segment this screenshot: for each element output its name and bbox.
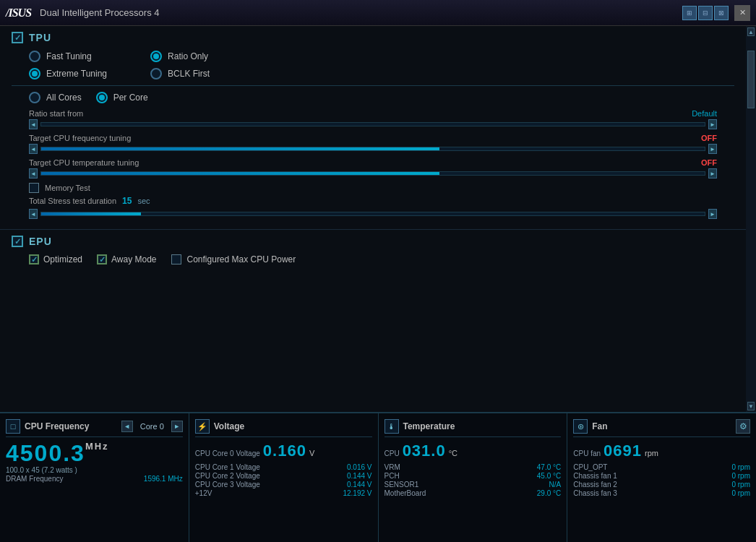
- grid-icon-2[interactable]: ⊟: [698, 6, 713, 20]
- fan-title: Fan: [592, 421, 607, 431]
- cpu-freq-value: OFF: [701, 134, 717, 142]
- grid-icon-1[interactable]: ⊞: [682, 6, 697, 20]
- tpu-checkbox[interactable]: [12, 32, 23, 43]
- v-value-2: 0.144 V: [347, 481, 371, 489]
- per-core-label: Per Core: [113, 93, 148, 103]
- temp-main-unit: °C: [449, 449, 458, 457]
- cpu-freq-title: CPU Frequency: [25, 421, 89, 431]
- stress-slider-track[interactable]: [40, 212, 705, 216]
- per-core-radio[interactable]: [96, 92, 108, 103]
- voltage-header: ⚡ Voltage: [195, 419, 372, 437]
- f-value-1: 0 rpm: [731, 472, 750, 480]
- content-scroll-area: TPU Fast Tuning Extreme Tuning: [0, 26, 756, 412]
- ratio-slider-left[interactable]: ◄: [29, 119, 38, 129]
- fan-row-3: Chassis fan 3 0 rpm: [573, 489, 750, 497]
- stress-value[interactable]: 15: [122, 196, 132, 206]
- separator-1: [12, 85, 734, 86]
- v-value-3: 12.192 V: [343, 489, 371, 497]
- cpu-temp-value: OFF: [701, 158, 717, 167]
- cpu-nav-left[interactable]: ◄: [121, 421, 133, 432]
- fan-icon: ⊛: [573, 419, 588, 434]
- cpu-temp-slider-track[interactable]: [40, 171, 705, 176]
- settings-gear-button[interactable]: ⚙: [736, 419, 750, 434]
- temp-header: 🌡 Temperature: [385, 419, 562, 437]
- cpu-freq-slider-left[interactable]: ◄: [29, 144, 38, 154]
- voltage-main: CPU Core 0 Voltage 0.160 V: [195, 442, 372, 460]
- fast-tuning-radio[interactable]: [29, 51, 40, 62]
- titlebar: /ISUS Dual Intelligent Processors 4 ⊞ ⊟ …: [0, 0, 756, 26]
- cpu-freq-slider-track[interactable]: [40, 147, 705, 151]
- memory-test-checkbox[interactable]: [29, 183, 39, 193]
- t-label-1: PCH: [385, 472, 400, 480]
- stress-slider-fill: [41, 212, 141, 215]
- fan-header: ⊛ Fan: [573, 419, 750, 437]
- temp-main-value: 031.0: [403, 442, 446, 460]
- bclk-first-option[interactable]: BCLK First: [150, 68, 210, 79]
- top-sections: TPU Fast Tuning Extreme Tuning: [0, 26, 746, 412]
- ratio-slider-right[interactable]: ►: [708, 119, 717, 129]
- voltage-icon: ⚡: [195, 419, 210, 434]
- fast-tuning-option[interactable]: Fast Tuning: [29, 51, 107, 62]
- fan-main: CPU fan 0691 rpm: [573, 442, 750, 460]
- tpu-section: TPU Fast Tuning Extreme Tuning: [0, 26, 746, 230]
- t-label-3: MotherBoard: [385, 489, 426, 497]
- v-label-0: CPU Core 1 Voltage: [195, 463, 260, 471]
- ratio-value[interactable]: Default: [692, 109, 717, 118]
- epu-away-mode[interactable]: Away Mode: [97, 254, 156, 264]
- ratio-slider-track[interactable]: [40, 122, 705, 126]
- memory-test-label: Memory Test: [45, 184, 90, 192]
- temp-row-1: PCH 45.0 °C: [385, 472, 562, 480]
- close-button[interactable]: ✕: [734, 5, 750, 21]
- memory-test-row: Memory Test: [29, 183, 717, 193]
- epu-max-cpu-checkbox[interactable]: [171, 254, 181, 264]
- scroll-up-arrow[interactable]: ▲: [747, 27, 755, 36]
- app-title: Dual Intelligent Processors 4: [40, 7, 682, 18]
- temp-main: CPU 031.0 °C: [385, 442, 562, 460]
- t-value-3: 29.0 °C: [537, 489, 561, 497]
- fan-panel: ⚙ ⊛ Fan CPU fan 0691 rpm CPU_OPT 0 rpm C…: [567, 413, 756, 542]
- epu-max-cpu[interactable]: Configured Max CPU Power: [171, 254, 296, 264]
- bclk-first-radio[interactable]: [150, 68, 162, 79]
- scroll-down-arrow[interactable]: ▼: [747, 402, 755, 410]
- tpu-header: TPU: [12, 32, 734, 43]
- cpu-nav: ◄ Core 0 ►: [121, 421, 183, 432]
- voltage-row-3: +12V 12.192 V: [195, 489, 372, 497]
- scroll-thumb[interactable]: [747, 51, 755, 108]
- cpu-sub-info: 100.0 x 45 (7.2 watts ): [6, 466, 183, 474]
- extreme-tuning-radio[interactable]: [29, 68, 40, 79]
- epu-section: EPU Optimized Away Mode C: [0, 230, 746, 270]
- epu-away-checkbox[interactable]: [97, 254, 107, 264]
- epu-checkbox[interactable]: [12, 236, 23, 247]
- stress-slider-right[interactable]: ►: [708, 209, 717, 219]
- per-core-option[interactable]: Per Core: [96, 92, 148, 103]
- scrollbar[interactable]: ▲ ▼: [746, 26, 756, 412]
- grid-icon-3[interactable]: ⊠: [714, 6, 729, 20]
- cpu-freq-header: □ CPU Frequency ◄ Core 0 ►: [6, 419, 183, 437]
- tuning-left: Fast Tuning Extreme Tuning: [29, 51, 107, 79]
- stress-slider-left[interactable]: ◄: [29, 209, 38, 219]
- ratio-only-option[interactable]: Ratio Only: [150, 51, 210, 62]
- epu-optimized[interactable]: Optimized: [29, 254, 82, 264]
- voltage-main-unit: V: [309, 449, 314, 457]
- cpu-freq-slider-right[interactable]: ►: [708, 144, 717, 154]
- temp-main-label: CPU: [385, 449, 400, 457]
- v-label-3: +12V: [195, 489, 212, 497]
- cpu-nav-right[interactable]: ►: [171, 421, 183, 432]
- extreme-tuning-option[interactable]: Extreme Tuning: [29, 68, 107, 79]
- all-cores-option[interactable]: All Cores: [29, 92, 82, 103]
- cpu-big-value: 4500.3MHz: [6, 442, 183, 465]
- bclk-first-label: BCLK First: [168, 69, 210, 79]
- cpu-temp-slider-left[interactable]: ◄: [29, 168, 38, 178]
- cpu-temp-slider-right[interactable]: ►: [708, 168, 717, 178]
- f-label-3: Chassis fan 3: [573, 489, 617, 497]
- core-row: All Cores Per Core: [29, 92, 734, 103]
- dram-value: 1596.1 MHz: [144, 475, 183, 483]
- epu-optimized-checkbox[interactable]: [29, 254, 39, 264]
- ratio-only-radio[interactable]: [150, 51, 162, 62]
- t-label-2: SENSOR1: [385, 481, 419, 489]
- epu-away-label: Away Mode: [111, 254, 156, 264]
- all-cores-radio[interactable]: [29, 92, 40, 103]
- fan-main-label: CPU fan: [573, 449, 601, 457]
- fast-tuning-label: Fast Tuning: [46, 51, 92, 61]
- temp-icon: 🌡: [385, 419, 399, 434]
